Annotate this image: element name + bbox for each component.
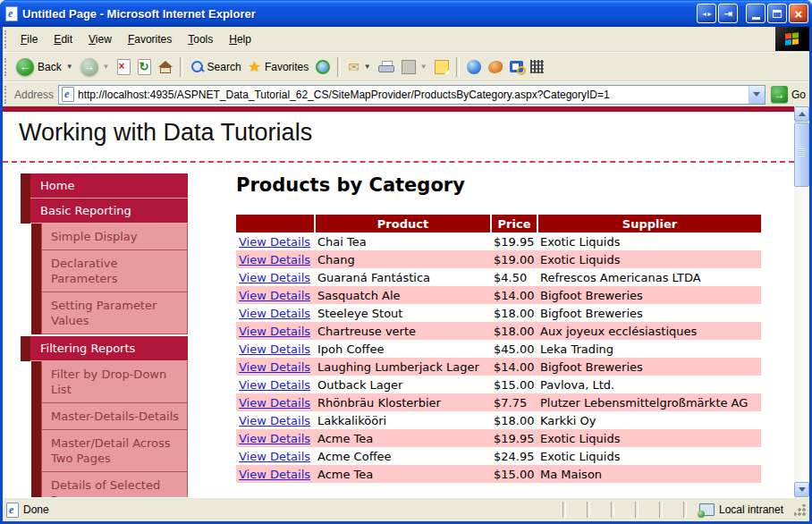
barcode-tool-button[interactable]	[527, 58, 547, 75]
messenger-icon	[467, 60, 481, 74]
toolbar-grip[interactable]	[4, 30, 9, 48]
view-details-link[interactable]: View Details	[239, 432, 310, 445]
home-button[interactable]	[155, 59, 176, 75]
close-button[interactable]: ×	[789, 4, 808, 23]
forward-dropdown-icon: ▼	[103, 63, 110, 71]
view-details-link[interactable]: View Details	[239, 414, 310, 427]
scrollbar-thumb[interactable]	[794, 123, 809, 187]
research-button[interactable]	[506, 59, 527, 74]
status-panes	[542, 502, 687, 518]
sidebar-item-label: Master/Detail Across Two Pages	[41, 430, 188, 472]
forward-icon: →	[80, 58, 98, 76]
view-details-link[interactable]: View Details	[239, 253, 310, 266]
scroll-up-button[interactable]	[794, 106, 809, 122]
sidebar-item[interactable]: Details of Selected Row	[31, 472, 188, 497]
menu-file[interactable]: File	[13, 31, 46, 47]
sidebar-item[interactable]: Master/Detail Across Two Pages	[31, 430, 188, 472]
main-content: Products by Category Product Price Suppl…	[236, 174, 778, 483]
scroll-down-button[interactable]	[794, 482, 809, 497]
edit-button[interactable]: ▼	[398, 58, 431, 76]
sidebar-item-accent	[31, 361, 41, 403]
sidebar-item[interactable]: Home	[21, 173, 188, 199]
toolbar-grip[interactable]	[4, 58, 9, 76]
sidebar-item[interactable]: Basic Reporting	[21, 199, 188, 224]
col-header-actions	[236, 215, 315, 232]
menu-help[interactable]: Help	[221, 31, 259, 47]
refresh-button[interactable]: ↻	[134, 57, 155, 77]
mail-button[interactable]: ✉ ▼	[344, 59, 375, 75]
price-cell: $15.00	[491, 376, 537, 393]
menu-tools[interactable]: Tools	[180, 31, 221, 47]
forward-button[interactable]: → ▼	[77, 56, 114, 78]
table-row: View DetailsGuaraná Fantástica$4.50Refre…	[236, 268, 761, 286]
search-icon	[190, 60, 204, 73]
barcode-icon	[530, 60, 544, 73]
discuss-button[interactable]	[431, 58, 453, 76]
site-title: Working with Data Tutorials	[19, 119, 312, 146]
actions-cell: View Details	[236, 465, 315, 483]
menu-edit[interactable]: Edit	[46, 31, 80, 47]
address-dropdown-button[interactable]	[749, 86, 765, 104]
go-label: Go	[791, 89, 806, 101]
actions-cell: View Details	[236, 304, 315, 322]
view-details-link[interactable]: View Details	[239, 378, 310, 392]
messenger-button[interactable]	[463, 58, 485, 76]
search-label: Search	[207, 61, 241, 73]
menu-favorites[interactable]: Favorites	[120, 31, 180, 47]
print-button[interactable]	[375, 59, 398, 75]
go-button[interactable]: → Go	[771, 86, 806, 103]
sidebar-item-label: Declarative Parameters	[41, 250, 188, 292]
sidebar-item[interactable]: Simple Display	[31, 224, 188, 250]
vertical-scrollbar[interactable]	[794, 106, 809, 497]
search-button[interactable]: Search	[187, 58, 245, 75]
product-cell: Lakkalikööri	[315, 411, 491, 429]
site-header: Working with Data Tutorials	[3, 112, 794, 163]
view-details-link[interactable]: View Details	[239, 325, 310, 338]
view-details-link[interactable]: View Details	[239, 289, 310, 302]
view-details-link[interactable]: View Details	[239, 307, 310, 320]
sidebar-item[interactable]: Declarative Parameters	[31, 250, 188, 292]
product-cell: Guaraná Fantástica	[315, 268, 491, 286]
view-details-link[interactable]: View Details	[239, 271, 310, 284]
stop-button[interactable]: ×	[114, 57, 134, 77]
view-details-link[interactable]: View Details	[239, 396, 310, 410]
window-arrows-button[interactable]: ◄►	[697, 4, 716, 23]
status-bar: Done Local intranet	[3, 497, 809, 521]
sidebar-item[interactable]: Setting Parameter Values	[31, 292, 188, 334]
toolbar-separator	[456, 57, 460, 77]
url-text[interactable]: http://localhost:4935/ASPNET_Data_Tutori…	[78, 89, 745, 101]
mail-icon: ✉	[348, 61, 359, 73]
mail-dropdown-icon[interactable]: ▼	[364, 63, 371, 71]
view-details-link[interactable]: View Details	[239, 342, 310, 356]
toolbar-grip[interactable]	[4, 86, 9, 104]
title-bar[interactable]: Untitled Page - Microsoft Internet Explo…	[0, 0, 812, 27]
favorites-button[interactable]: ★ Favorites	[245, 59, 313, 75]
supplier-cell: Plutzer Lebensmittelgroßmärkte AG	[537, 393, 761, 411]
maximize-button[interactable]	[767, 4, 787, 23]
sidebar-item-label: Details of Selected Row	[41, 472, 188, 497]
back-icon: ←	[16, 58, 34, 76]
view-details-link[interactable]: View Details	[239, 468, 310, 481]
browser-window: Untitled Page - Microsoft Internet Explo…	[0, 0, 812, 524]
sidebar-item[interactable]: Filter by Drop-Down List	[31, 361, 188, 403]
resize-grip[interactable]	[794, 504, 806, 516]
web-page: Working with Data Tutorials HomeBasic Re…	[3, 106, 794, 497]
minimize-button[interactable]	[746, 4, 765, 23]
view-details-link[interactable]: View Details	[239, 360, 310, 374]
sidebar-item[interactable]: Filtering Reports	[21, 336, 188, 361]
view-details-link[interactable]: View Details	[239, 235, 310, 249]
view-details-link[interactable]: View Details	[239, 450, 310, 463]
menu-view[interactable]: View	[80, 31, 120, 47]
quick-tool-button[interactable]	[485, 59, 506, 75]
col-header-price: Price	[491, 215, 537, 232]
back-dropdown-icon[interactable]: ▼	[66, 63, 73, 71]
menu-bar: FileEditViewFavoritesToolsHelp	[3, 27, 809, 52]
history-button[interactable]	[312, 58, 334, 76]
window-popout-button[interactable]: ⇥	[718, 4, 738, 23]
sidebar-item-label: Home	[30, 173, 188, 199]
address-input[interactable]: http://localhost:4935/ASPNET_Data_Tutori…	[58, 85, 765, 105]
toolbar-separator	[337, 57, 341, 77]
sidebar-item[interactable]: Master-Details-Details	[31, 403, 188, 430]
back-button[interactable]: ← Back ▼	[13, 56, 77, 78]
chevron-up-icon	[799, 112, 806, 116]
